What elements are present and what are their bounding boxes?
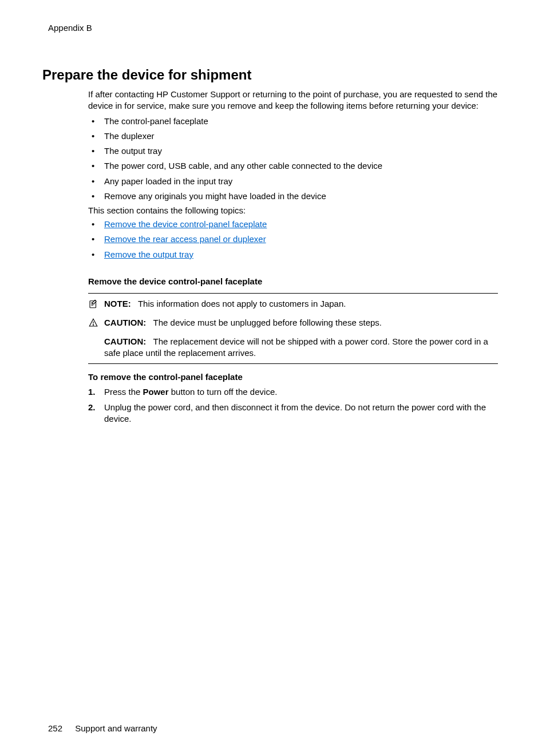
caution-row: CAUTION: The device must be unplugged be…	[88, 317, 498, 330]
topics-list: Remove the device control-panel faceplat…	[88, 219, 498, 260]
list-item: Remove the rear access panel or duplexer	[88, 233, 498, 245]
list-item: Remove any originals you might have load…	[88, 191, 498, 202]
note-text: NOTE: This information does not apply to…	[104, 298, 498, 310]
list-item: Remove the device control-panel faceplat…	[88, 219, 498, 230]
topic-link[interactable]: Remove the device control-panel faceplat…	[104, 219, 267, 229]
step-text-post: button to turn off the device.	[169, 387, 278, 397]
note-body: This information does not apply to custo…	[138, 299, 346, 308]
sub-heading: Remove the device control-panel faceplat…	[88, 276, 498, 286]
steps-list: 1. Press the Power button to turn off th…	[88, 386, 498, 425]
caution-row: CAUTION: The replacement device will not…	[104, 336, 498, 359]
list-item: Any paper loaded in the input tray	[88, 176, 498, 187]
note-row: NOTE: This information does not apply to…	[88, 298, 498, 311]
items-list: The control-panel faceplate The duplexer…	[88, 116, 498, 203]
caution-body: The device must be unplugged before foll…	[153, 318, 382, 327]
note-icon	[88, 299, 100, 311]
topic-link[interactable]: Remove the output tray	[104, 250, 193, 259]
step-item: 1. Press the Power button to turn off th…	[88, 386, 498, 398]
step-text-pre: Unplug the power cord, and then disconne…	[104, 402, 486, 423]
caution-body: The replacement device will not be shipp…	[104, 337, 488, 358]
step-number: 2.	[88, 402, 96, 413]
caution-text: CAUTION: The device must be unplugged be…	[104, 317, 498, 328]
callout-box: NOTE: This information does not apply to…	[88, 293, 498, 365]
caution-label: CAUTION:	[104, 337, 146, 346]
step-text-bold: Power	[143, 387, 169, 397]
page-footer: 252 Support and warranty	[48, 723, 157, 733]
page-header: Appendix B	[48, 23, 498, 33]
step-text-pre: Press the	[104, 387, 143, 397]
list-item: The control-panel faceplate	[88, 116, 498, 127]
page-number: 252	[48, 723, 62, 733]
step-item: 2. Unplug the power cord, and then disco…	[88, 402, 498, 425]
note-label: NOTE:	[104, 299, 131, 308]
footer-section: Support and warranty	[75, 723, 157, 733]
list-item: Remove the output tray	[88, 249, 498, 260]
caution-icon	[88, 318, 100, 330]
step-number: 1.	[88, 386, 96, 398]
list-item: The power cord, USB cable, and any other…	[88, 160, 498, 172]
caution-label: CAUTION:	[104, 318, 146, 327]
intro-paragraph: If after contacting HP Customer Support …	[88, 89, 498, 112]
list-item: The output tray	[88, 145, 498, 157]
main-heading: Prepare the device for shipment	[42, 67, 498, 83]
topics-intro: This section contains the following topi…	[88, 205, 498, 215]
procedure-heading: To remove the control-panel faceplate	[88, 372, 498, 382]
svg-point-2	[93, 324, 93, 325]
topic-link[interactable]: Remove the rear access panel or duplexer	[104, 234, 266, 244]
list-item: The duplexer	[88, 130, 498, 142]
